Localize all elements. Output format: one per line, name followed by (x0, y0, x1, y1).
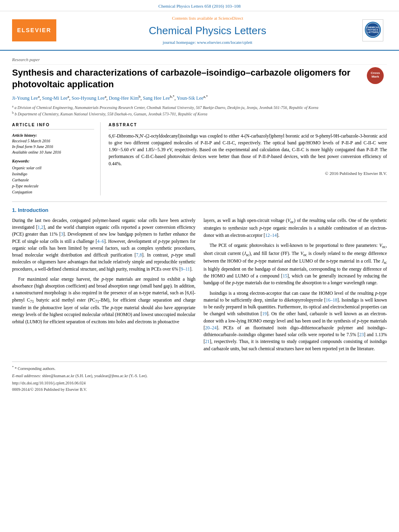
footer-section: * * Corresponding authors. E-mail addres… (12, 362, 387, 392)
intro-para-5: Isoindigo is a strong electron-acceptor … (204, 290, 387, 352)
ref-20-24[interactable]: 20–24 (205, 325, 217, 330)
author-soo-hyoung-lee: Soo-Hyoung Lee (72, 95, 105, 101)
article-info-header: ARTICLE INFO (12, 122, 94, 129)
crossmark-icon: Cross Mark (367, 67, 384, 84)
publisher-logo: ELSEVIER (8, 19, 60, 41)
received-date: Received 5 March 2016 (12, 138, 94, 144)
author-dong-hee-kim: Dong-Hee Kim (109, 95, 138, 101)
affiliation-a: a a Division of Chemical Engineering, Na… (12, 104, 387, 111)
paper-type-label: Research paper (12, 57, 387, 65)
homepage-url[interactable]: www.elsevier.com/locate/cplett (197, 40, 252, 45)
intro-left-col: During the last two decades, conjugated … (12, 217, 195, 355)
authors-line: Ji-Young Leea, Song-Mi Leea, Soo-Hyoung … (12, 94, 387, 102)
abstract-copyright: © 2016 Published by Elsevier B.V. (109, 170, 387, 177)
abstract-col: ABSTRACT 6,6′-Dibromo-N,N′-(2-octyldodec… (109, 122, 387, 195)
email-addresses: shlee@kunsan.ac.kr (S.H. Lee), yoaklear@… (42, 374, 148, 378)
abstract-text: 6,6′-Dibromo-N,N′-(2-octyldodecanyl)isoi… (109, 133, 387, 167)
article-info-col: ARTICLE INFO Article history: Received 5… (12, 122, 101, 195)
author-youn-sik-lee: Youn-Sik Lee (177, 95, 203, 101)
svg-text:Mark: Mark (372, 75, 379, 78)
keywords-list: Organic solar cell Isoindigo Carbazole p… (12, 165, 94, 195)
keyword-4: p-Type molecule (12, 183, 94, 189)
main-content: Research paper Synthesis and characteriz… (0, 51, 399, 399)
journal-title: Chemical Physics Letters (60, 23, 355, 38)
ref-1-2[interactable]: 1,2 (37, 225, 43, 230)
abstract-header: ABSTRACT (109, 122, 387, 129)
keyword-3: Carbazole (12, 177, 94, 183)
ref-7-8[interactable]: 7,8 (136, 253, 142, 257)
journal-homepage: journal homepage: www.elsevier.com/locat… (60, 39, 355, 45)
ref-23[interactable]: 23 (359, 332, 364, 337)
issn-line: 0009-2614/© 2016 Published by Elsevier B… (12, 387, 387, 392)
introduction-body: During the last two decades, conjugated … (12, 217, 387, 355)
ref-9-11[interactable]: 9–11 (181, 267, 190, 271)
doi-line: http://dx.doi.org/10.1016/j.cplett.2016.… (12, 380, 387, 386)
final-form-date: In final form 9 June 2016 (12, 144, 94, 150)
title-section: Synthesis and characterizations of carba… (12, 67, 387, 90)
sciencedirect-link: Contents lists available at ScienceDirec… (60, 15, 355, 21)
cpl-logo: CHEMICAL PHYSICS LETTERS (362, 19, 383, 41)
journal-header: ELSEVIER Contents lists available at Sci… (0, 11, 399, 50)
info-abstract-section: ARTICLE INFO Article history: Received 5… (12, 122, 387, 195)
journal-citation-bar: Chemical Physics Letters 658 (2016) 103–… (0, 0, 399, 11)
email-line: E-mail addresses: shlee@kunsan.ac.kr (S.… (12, 373, 387, 379)
keywords-label: Keywords: (12, 158, 94, 164)
svg-text:LETTERS: LETTERS (367, 31, 378, 33)
affiliation-b: b b Department of Chemistry, Kunsan Nati… (12, 111, 387, 117)
keyword-2: Isoindigo (12, 171, 94, 177)
cpl-logo-circle: CHEMICAL PHYSICS LETTERS (365, 22, 381, 38)
intro-para-2: For maximized solar energy harvest, the … (12, 276, 195, 325)
doi-link[interactable]: http://dx.doi.org/10.1016/j.cplett.2016.… (12, 381, 86, 385)
keyword-5: Conjugation (12, 189, 94, 195)
ref-3[interactable]: 3 (61, 232, 63, 236)
keywords-section: Keywords: Organic solar cell Isoindigo C… (12, 158, 94, 195)
ref-12-14[interactable]: 12–14 (265, 233, 277, 238)
keyword-1: Organic solar cell (12, 165, 94, 171)
svg-text:Cross: Cross (371, 71, 380, 75)
affiliations: a a Division of Chemical Engineering, Na… (12, 104, 387, 117)
author-song-mi-lee: Song-Mi Lee (42, 95, 68, 101)
ref-15[interactable]: 15 (283, 273, 288, 278)
intro-right-col: layers, as well as high open-circuit vol… (204, 217, 387, 355)
corresponding-note: * * Corresponding authors. (12, 365, 387, 372)
available-date: Available online 10 June 2016 (12, 150, 94, 155)
author-ji-young-lee: Ji-Young Lee (12, 95, 38, 101)
author-sang-hee-lee: Sang Hee Lee (143, 95, 170, 101)
article-history: Article history: Received 5 March 2016 I… (12, 133, 94, 155)
journal-header-center: Contents lists available at ScienceDirec… (60, 15, 355, 45)
intro-para-1: During the last two decades, conjugated … (12, 217, 195, 273)
introduction-heading: 1. Introduction (12, 207, 387, 214)
journal-citation: Chemical Physics Letters 658 (2016) 103–… (158, 4, 241, 8)
ref-19[interactable]: 19 (262, 311, 267, 316)
ref-21[interactable]: 21 (205, 339, 210, 344)
section-divider (12, 201, 387, 202)
sciencedirect-name[interactable]: ScienceDirect (218, 16, 243, 21)
ref-16-18[interactable]: 16–18 (326, 298, 337, 302)
elsevier-wordmark: ELSEVIER (17, 27, 51, 35)
intro-para-3: layers, as well as high open-circuit vol… (204, 217, 387, 239)
history-label: Article history: (12, 133, 94, 138)
journal-logo-right: CHEMICAL PHYSICS LETTERS (355, 19, 391, 41)
paper-title: Synthesis and characterizations of carba… (12, 67, 363, 90)
ref-4-6[interactable]: 4–6 (97, 239, 104, 244)
crossmark[interactable]: Cross Mark (367, 67, 387, 84)
intro-para-4: The PCE of organic photovoltaics is well… (204, 242, 387, 287)
